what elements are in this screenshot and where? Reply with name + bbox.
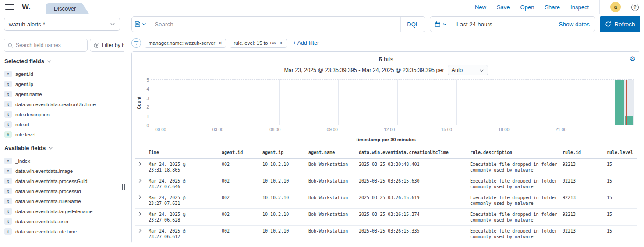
filter-pill-manager-name[interactable]: manager.name: wazuh-server ✕ — [145, 39, 226, 48]
available-fields-header[interactable]: Available fields — [4, 145, 120, 151]
search-icon — [7, 43, 13, 48]
selected-field-rule.description[interactable]: trule.description — [4, 109, 120, 119]
y-tick-label: 5 — [146, 78, 149, 82]
y-tick-label: 3 — [146, 96, 149, 100]
add-filter-button[interactable]: + Add filter — [293, 40, 319, 46]
show-dates-button[interactable]: Show dates — [559, 21, 595, 28]
available-field-data.win.eventdata.processGuid[interactable]: tdata.win.eventdata.processGuid — [4, 176, 120, 186]
cell-creation-utc: 2025-03-25 03:26:15.374 — [359, 209, 470, 219]
remove-filter-icon[interactable]: ✕ — [279, 40, 283, 46]
available-field-data.win.eventdata.ruleName[interactable]: tdata.win.eventdata.ruleName — [4, 196, 120, 206]
time-range-value[interactable]: Last 24 hours — [451, 21, 559, 28]
share-button[interactable]: Share — [545, 4, 560, 11]
table-row[interactable]: Mar 24, 2025 @ 23:27:06.59700210.10.2.10… — [135, 242, 637, 244]
discover-main: manager.name: wazuh-server ✕ rule.level:… — [124, 34, 644, 247]
cell-agent-id: 002 — [222, 192, 262, 203]
save-button[interactable]: Save — [497, 4, 510, 11]
user-avatar[interactable]: a — [610, 2, 621, 12]
column-header-rule-id[interactable]: rule.id — [563, 147, 607, 158]
inspect-button[interactable]: Inspect — [570, 4, 589, 11]
cell-agent-ip: 10.10.2.10 — [262, 192, 308, 203]
chevron-down-icon — [142, 22, 146, 26]
cell-agent-name: Bob-Workstation — [308, 209, 359, 219]
fields-sidebar: Filter by type 0 Selected fields tagent.… — [0, 34, 124, 247]
selected-field-data.win.eventdata.creationUtcTime[interactable]: tdata.win.eventdata.creationUtcTime — [4, 99, 120, 109]
table-row[interactable]: Mar 24, 2025 @ 23:27:06.61200210.10.2.10… — [135, 226, 637, 242]
selected-field-agent.ip[interactable]: tagent.ip — [4, 79, 120, 89]
available-field-_index[interactable]: t_index — [4, 156, 120, 166]
search-input[interactable] — [149, 21, 400, 28]
column-header-time[interactable]: Time — [149, 147, 222, 158]
chevron-down-icon — [47, 59, 52, 64]
histogram-bar[interactable] — [615, 80, 623, 125]
filter-icon — [94, 43, 99, 48]
table-row[interactable]: Mar 24, 2025 @ 23:27:07.64600210.10.2.10… — [135, 175, 637, 192]
filter-pill-rule-level[interactable]: rule.level: 15 to +∞ ✕ — [230, 39, 287, 48]
gridline — [161, 80, 161, 125]
index-pattern-value: wazuh-alerts-* — [9, 21, 45, 28]
filter-by-type-button[interactable]: Filter by type 0 — [90, 39, 124, 52]
x-tick-label: 18:00 — [498, 127, 509, 132]
column-header-agent-name[interactable]: agent.name — [308, 147, 359, 158]
column-header-agent-ip[interactable]: agent.ip — [262, 147, 308, 158]
chart-caption: Mar 23, 2025 @ 23:35:39.395 - Mar 24, 20… — [135, 65, 637, 75]
gridline — [151, 125, 634, 125]
string-field-icon: t — [4, 121, 12, 128]
interval-select[interactable]: Auto — [448, 65, 488, 75]
cell-agent-ip: 10.10.2.10 — [262, 209, 308, 219]
new-button[interactable]: New — [475, 4, 486, 11]
column-header-rule-description[interactable]: rule.description — [470, 147, 563, 158]
menu-icon[interactable] — [5, 4, 14, 10]
column-header-rule-level[interactable]: rule.level — [607, 147, 637, 158]
expand-row-button[interactable] — [135, 175, 149, 183]
available-field-data.win.eventdata.user[interactable]: tdata.win.eventdata.user — [4, 216, 120, 226]
tab-discover[interactable]: Discover — [46, 3, 89, 14]
field-name: rule.id — [15, 122, 29, 127]
sidebar-resize-handle[interactable] — [122, 184, 125, 190]
column-header-agent-id[interactable]: agent.id — [222, 147, 262, 158]
filter-options-button[interactable] — [131, 38, 141, 48]
available-field-data.win.eventdata.utcTime[interactable]: tdata.win.eventdata.utcTime — [4, 226, 120, 236]
query-language-button[interactable]: DQL — [400, 17, 425, 32]
field-search-input[interactable] — [16, 42, 84, 48]
selected-field-agent.name[interactable]: tagent.name — [4, 89, 120, 99]
top-bar: W. Discover New Save Open Share Inspect … — [0, 0, 644, 14]
gear-icon[interactable]: ⚙ — [630, 55, 636, 62]
chevron-down-icon — [442, 22, 447, 26]
open-button[interactable]: Open — [520, 4, 534, 11]
documents-table: Timeagent.idagent.ipagent.namedata.win.e… — [135, 147, 637, 243]
refresh-button[interactable]: Refresh — [600, 16, 640, 32]
selected-field-agent.id[interactable]: tagent.id — [4, 69, 120, 79]
index-pattern-select[interactable]: wazuh-alerts-* — [4, 18, 120, 31]
available-field-data.win.eventdata.image[interactable]: tdata.win.eventdata.image — [4, 166, 120, 176]
help-icon[interactable]: ? — [631, 4, 639, 11]
wazuh-logo[interactable]: W. — [22, 3, 31, 11]
cell-rule-id: 92213 — [563, 192, 607, 203]
results-panel: ⚙ 6 hits Mar 23, 2025 @ 23:35:39.395 - M… — [131, 51, 640, 243]
date-quick-select-button[interactable] — [430, 17, 451, 32]
filter-pill-label: rule.level: 15 to +∞ — [234, 40, 276, 46]
cell-agent-ip: 10.10.2.10 — [262, 226, 308, 236]
table-row[interactable]: Mar 24, 2025 @ 23:31:18.80500210.10.2.10… — [135, 159, 637, 175]
available-field-data.win.eventdata.targetFilename[interactable]: tdata.win.eventdata.targetFilename — [4, 206, 120, 216]
field-name: data.win.eventdata.user — [15, 219, 69, 224]
expand-row-button[interactable] — [135, 192, 149, 200]
string-field-icon: t — [4, 158, 12, 164]
expand-row-button[interactable] — [135, 242, 149, 244]
cell-description: Executable file dropped in folder common… — [470, 226, 563, 242]
selected-fields-header[interactable]: Selected fields — [4, 58, 120, 64]
expand-row-button[interactable] — [135, 226, 149, 233]
table-row[interactable]: Mar 24, 2025 @ 23:27:07.63100210.10.2.10… — [135, 192, 637, 209]
table-row[interactable]: Mar 24, 2025 @ 23:27:06.62800210.10.2.10… — [135, 209, 637, 226]
selected-field-rule.level[interactable]: #rule.level — [4, 129, 120, 140]
remove-filter-icon[interactable]: ✕ — [218, 40, 222, 46]
saved-queries-button[interactable] — [132, 17, 149, 32]
string-field-icon: t — [4, 188, 12, 194]
available-field-data.win.eventdata.processId[interactable]: tdata.win.eventdata.processId — [4, 186, 120, 196]
query-bar-row: wazuh-alerts-* DQL Last 24 hours Show da… — [0, 14, 644, 34]
selected-field-rule.id[interactable]: trule.id — [4, 119, 120, 129]
expand-row-button[interactable] — [135, 209, 149, 217]
column-header-data-win-eventdata-creationutctime[interactable]: data.win.eventdata.creationUtcTime — [359, 147, 470, 158]
expand-row-button[interactable] — [135, 159, 149, 167]
expand-column-header — [135, 147, 149, 152]
